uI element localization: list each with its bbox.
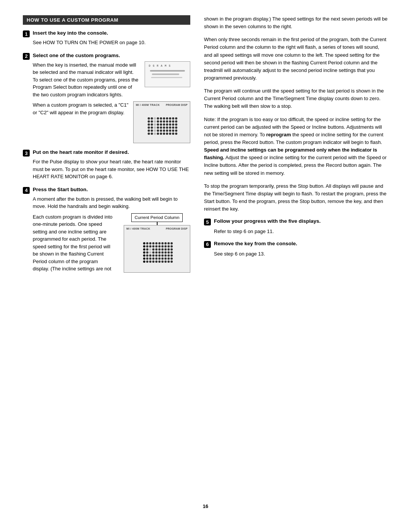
step-4-body: A moment after the button is pressed, th… [33, 195, 190, 273]
reprogram-bold: repro­gram [266, 132, 291, 137]
step-6-title: Remove the key from the console. [214, 241, 297, 246]
program-dots-grid [147, 117, 178, 136]
mi-track-label-2: MI / 400M TRACK [126, 227, 150, 231]
step-2-row: 2 Select one of the custom programs. [23, 53, 190, 60]
step-5-row: 5 Follow your progress with the five dis… [204, 218, 388, 225]
current-period-label-box: Current Period Column [131, 213, 183, 222]
step-4-title: Press the Start button. [33, 187, 88, 192]
step-2-body: When the key is inserted, the manual mod… [33, 61, 190, 144]
step-6-block: 6 Remove the key from the console. See s… [204, 241, 388, 258]
step-4-row: 4 Press the Start button. [23, 187, 190, 194]
section-title: HOW TO USE A CUSTOM PROGRAM [27, 17, 118, 23]
right-para-5: To stop the program temporarily, press t… [204, 182, 388, 213]
programs-label: D G R A M S [149, 64, 171, 68]
cpd-dots-grid [142, 241, 174, 264]
step-4-image-block: Each custom program is divided into one-… [33, 213, 190, 273]
step-1-number: 1 [23, 30, 30, 37]
step-5-title: Follow your progress with the five displ… [214, 218, 321, 224]
section-header: HOW TO USE A CUSTOM PROGRAM [23, 15, 190, 25]
step-4-text-2: Each custom program is divided into one-… [33, 213, 115, 273]
step-1-title: Insert the key into the console. [33, 30, 108, 36]
step-3-number: 3 [23, 150, 30, 157]
step-1-body: See HOW TO TURN ON THE POWER on page 10. [33, 39, 190, 46]
console-image-2: MI / 400M TRACK PROGRAM DISP [133, 101, 190, 143]
right-para-2: When only three seconds remain in the fi… [204, 36, 388, 82]
step-2-image-block-2: When a custom program is selected, a "C1… [33, 101, 190, 143]
two-column-layout: HOW TO USE A CUSTOM PROGRAM 1 Insert the… [23, 15, 388, 492]
right-para-3: The program will continue until the spee… [204, 87, 388, 110]
console-image-1: D G R A M S [145, 61, 190, 87]
left-column: HOW TO USE A CUSTOM PROGRAM 1 Insert the… [23, 15, 190, 492]
step-5-block: 5 Follow your progress with the five dis… [204, 218, 388, 235]
step-2-text-part1: When the key is inserted, the manual mod… [33, 61, 140, 99]
step-2-image-block: When the key is inserted, the manual mod… [33, 61, 190, 99]
prog-disp-label-2: PROGRAM DISP [166, 227, 188, 231]
page: HOW TO USE A CUSTOM PROGRAM 1 Insert the… [0, 0, 411, 532]
step-1-row: 1 Insert the key into the console. [23, 30, 190, 37]
bold-phrase: Speed and incline settings can be progra… [204, 147, 377, 160]
step-3-block: 3 Put on the heart rate monitor if desir… [23, 149, 190, 181]
step-3-title: Put on the heart rate monitor if desired… [33, 149, 129, 155]
right-column: shown in the program display.) The speed… [204, 15, 388, 492]
right-para-4: Note: If the program is too easy or too … [204, 116, 388, 177]
right-para-1: shown in the program display.) The speed… [204, 15, 388, 30]
step-6-number: 6 [204, 241, 211, 248]
program-disp-label: PROGRAM DISP [166, 103, 188, 107]
step-4-block: 4 Press the Start button. A moment after… [23, 187, 190, 273]
step-6-body: See step 6 on page 13. [214, 250, 388, 258]
step-3-row: 3 Put on the heart rate monitor if desir… [23, 149, 190, 157]
step-4-number: 4 [23, 187, 30, 194]
page-number: 16 [23, 503, 388, 509]
step-1-block: 1 Insert the key into the console. See H… [23, 30, 190, 46]
step-2-text-part2-wrapper: When a custom program is selected, a "C1… [33, 101, 190, 143]
step-2-block: 2 Select one of the custom programs. Whe… [23, 53, 190, 144]
step-2-title: Select one of the custom programs. [33, 53, 120, 58]
current-period-label-text: Current Period Column [135, 215, 180, 220]
step-6-row: 6 Remove the key from the console. [204, 241, 388, 248]
mi-track-label: MI / 400M TRACK [136, 103, 160, 107]
step-4-text-1: A moment after the button is pressed, th… [33, 195, 190, 210]
step-5-number: 5 [204, 219, 211, 225]
step-2-number: 2 [23, 53, 30, 60]
current-period-console: MI / 400M TRACK PROGRAM DISP [124, 225, 190, 273]
step-3-body: For the Pulse display to show your heart… [33, 158, 190, 181]
label-arrow-line [157, 222, 158, 225]
step-5-body: Refer to step 6 on page 11. [214, 228, 388, 235]
current-period-diagram-wrapper: Current Period Column MI / 400M TRACK PR… [124, 213, 190, 273]
step-2-text-part2: When a custom program is selected, a "C1… [33, 101, 129, 116]
